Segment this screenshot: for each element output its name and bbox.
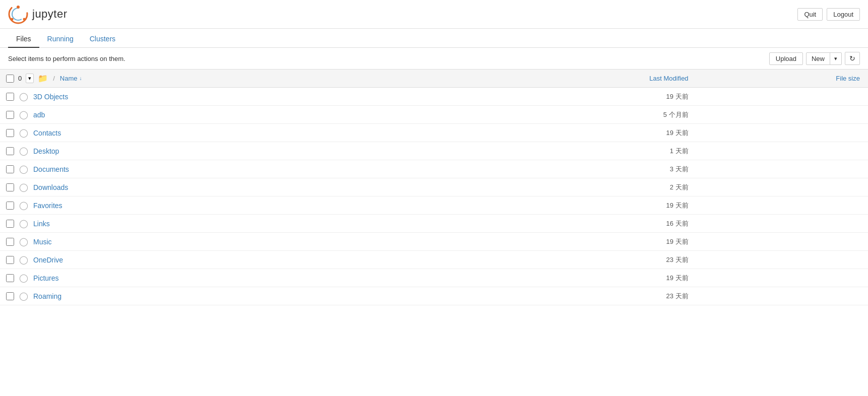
folder-icon: ◯ [19,273,28,283]
header-modified-col[interactable]: Last Modified [521,70,694,88]
quit-button[interactable]: Quit [797,8,823,21]
folder-icon: ◯ [19,146,28,156]
file-size [695,215,868,233]
folder-icon: ◯ [19,201,28,210]
svg-point-4 [23,18,26,21]
file-name-cell: ◯ Music [0,233,521,251]
file-link[interactable]: Roaming [33,292,61,300]
file-link[interactable]: Desktop [33,147,59,155]
file-checkbox[interactable] [6,129,14,137]
file-modified: 3 天前 [521,160,694,178]
header-size-col[interactable]: File size [695,70,868,88]
file-name-cell: ◯ Downloads [0,178,521,196]
folder-icon: ◯ [19,92,28,101]
folder-icon: ◯ [19,110,28,119]
file-link[interactable]: 3D Objects [33,93,68,101]
file-name-cell: ◯ Pictures [0,269,521,287]
toolbar: Select items to perform actions on them.… [0,48,868,69]
refresh-button[interactable]: ↻ [845,52,860,65]
file-modified: 1 天前 [521,142,694,160]
file-checkbox[interactable] [6,292,14,300]
table-row: ◯ Documents 3 天前 [0,160,868,178]
file-checkbox[interactable] [6,165,14,173]
toolbar-right: Upload New ▾ ↻ [769,52,860,65]
new-button-group: New ▾ [806,52,842,65]
file-modified: 2 天前 [521,178,694,196]
table-row: ◯ Roaming 23 天前 [0,287,868,305]
file-link[interactable]: Links [33,220,50,228]
tabs-bar: Files Running Clusters [0,31,868,48]
select-message: Select items to perform actions on them. [8,55,126,62]
file-checkbox[interactable] [6,147,14,155]
header-actions: Quit Logout [797,8,860,21]
item-count: 0 [18,75,22,82]
file-checkbox[interactable] [6,274,14,282]
tab-files[interactable]: Files [8,31,39,48]
file-name-cell: ◯ Documents [0,160,521,178]
table-row: ◯ OneDrive 23 天前 [0,251,868,269]
item-dropdown[interactable]: ▾ [26,74,34,83]
file-checkbox[interactable] [6,238,14,246]
file-checkbox[interactable] [6,111,14,119]
file-link[interactable]: Downloads [33,183,68,191]
file-size [695,88,868,106]
file-size [695,106,868,124]
file-checkbox[interactable] [6,256,14,264]
file-size [695,124,868,142]
file-modified: 23 天前 [521,251,694,269]
folder-icon: ◯ [19,237,28,246]
file-modified: 16 天前 [521,215,694,233]
file-checkbox[interactable] [6,93,14,101]
table-row: ◯ Desktop 1 天前 [0,142,868,160]
file-modified: 19 天前 [521,88,694,106]
select-all-checkbox[interactable] [6,75,14,83]
new-button-dropdown[interactable]: ▾ [830,53,841,64]
folder-icon: ◯ [19,219,28,228]
folder-icon: ◯ [19,255,28,265]
file-size [695,160,868,178]
file-link[interactable]: OneDrive [33,256,63,264]
file-name-cell: ◯ Roaming [0,287,521,305]
file-name-cell: ◯ Desktop [0,142,521,160]
logo-area: jupyter [8,4,68,24]
file-name-cell: ◯ OneDrive [0,251,521,269]
file-link[interactable]: Contacts [33,129,61,137]
file-link[interactable]: adb [33,111,45,119]
jupyter-logo-icon [8,4,28,24]
file-link[interactable]: Music [33,238,52,246]
tab-running[interactable]: Running [39,31,82,48]
file-name-cell: ◯ Links [0,215,521,233]
file-modified: 23 天前 [521,287,694,305]
name-sort-button[interactable]: Name ↓ [60,75,82,82]
table-row: ◯ Pictures 19 天前 [0,269,868,287]
name-col-label: Name [60,75,78,82]
file-list-body: ◯ 3D Objects 19 天前 ◯ adb 5 个月前 ◯ [0,88,868,305]
file-modified: 19 天前 [521,233,694,251]
file-link[interactable]: Pictures [33,274,59,282]
file-modified: 19 天前 [521,124,694,142]
folder-icon: ◯ [19,128,28,138]
file-modified: 19 天前 [521,269,694,287]
file-checkbox[interactable] [6,202,14,210]
file-link[interactable]: Favorites [33,202,63,210]
new-button[interactable]: New [807,53,830,64]
table-row: ◯ Links 16 天前 [0,215,868,233]
breadcrumb-sep: / [53,75,55,82]
file-modified: 19 天前 [521,196,694,215]
file-checkbox[interactable] [6,220,14,228]
file-size [695,251,868,269]
file-name-cell: ◯ adb [0,106,521,124]
upload-button[interactable]: Upload [769,52,803,65]
sort-arrow-icon: ↓ [80,76,82,81]
svg-point-3 [11,18,14,21]
file-link[interactable]: Documents [33,165,69,173]
file-table: 0 ▾ 📁 / Name ↓ Last Modified File size [0,69,868,305]
file-checkbox[interactable] [6,183,14,191]
file-size [695,233,868,251]
svg-point-2 [17,6,20,9]
file-name-cell: ◯ 3D Objects [0,88,521,106]
tab-clusters[interactable]: Clusters [82,31,123,48]
logout-button[interactable]: Logout [827,8,860,21]
size-col-label: File size [836,75,860,82]
file-name-cell: ◯ Contacts [0,124,521,142]
